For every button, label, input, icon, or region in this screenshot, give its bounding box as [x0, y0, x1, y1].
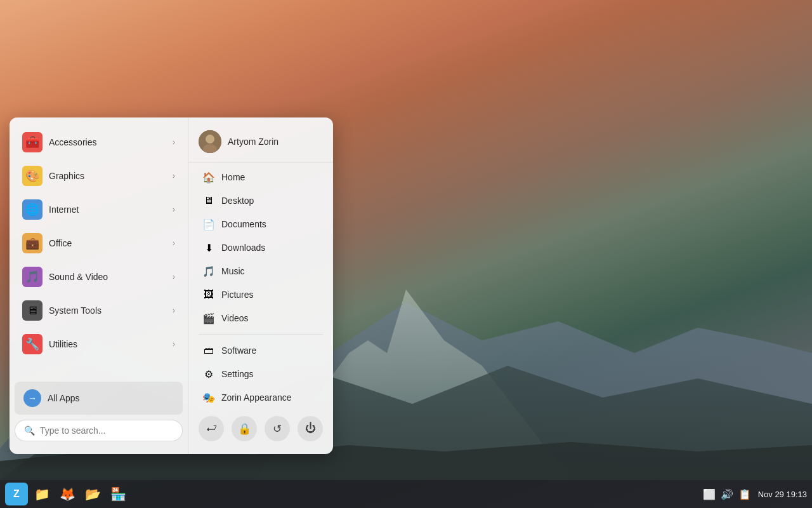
taskbar-item-file-manager[interactable]: 📂	[81, 483, 104, 505]
system-item-zorin-appearance[interactable]: 🎭 Zorin Appearance	[192, 386, 329, 409]
category-item-graphics[interactable]: 🎨 Graphics ›	[13, 159, 184, 192]
search-icon: 🔍	[24, 425, 35, 436]
system-label-settings: Settings	[221, 369, 254, 379]
right-panel: Artyom Zorin 🏠 Home 🖥 Desktop 📄 Document…	[188, 117, 333, 454]
category-icon-accessories: 🧰	[22, 132, 43, 152]
chevron-icon-internet: ›	[173, 205, 175, 214]
category-icon-graphics: 🎨	[22, 166, 43, 186]
category-item-system-tools[interactable]: 🖥 System Tools ›	[13, 294, 184, 327]
action-buttons: ⮐🔒↺⏻	[188, 410, 333, 448]
action-btn-logout[interactable]: ⮐	[199, 416, 224, 441]
category-label-utilities: Utilities	[49, 339, 173, 349]
chevron-icon-utilities: ›	[173, 340, 175, 349]
user-avatar	[199, 130, 221, 153]
file-icon-documents: 📄	[202, 218, 215, 231]
volume-icon[interactable]: 🔊	[720, 487, 734, 501]
all-apps-arrow-icon: →	[23, 389, 41, 407]
chevron-icon-sound-video: ›	[173, 272, 175, 281]
category-label-sound-video: Sound & Video	[49, 272, 173, 282]
all-apps-label: All Apps	[48, 393, 80, 403]
user-name: Artyom Zorin	[228, 137, 278, 147]
file-label-music: Music	[221, 266, 245, 276]
file-icon-videos: 🎬	[202, 312, 215, 324]
file-item-videos[interactable]: 🎬 Videos	[192, 307, 329, 330]
file-icon-downloads: ⬇	[202, 241, 215, 254]
virtual-desktops-icon[interactable]: ⬜	[702, 487, 716, 501]
file-icon-pictures: 🖼	[202, 288, 215, 301]
chevron-icon-system-tools: ›	[173, 306, 175, 315]
left-panel: 🧰 Accessories › 🎨 Graphics › 🌐 Internet …	[10, 117, 188, 454]
category-icon-sound-video: 🎵	[22, 267, 43, 287]
file-item-desktop[interactable]: 🖥 Desktop	[192, 189, 329, 212]
clipboard-icon[interactable]: 📋	[738, 487, 752, 501]
category-label-system-tools: System Tools	[49, 305, 173, 316]
category-label-internet: Internet	[49, 204, 173, 215]
categories-list: 🧰 Accessories › 🎨 Graphics › 🌐 Internet …	[10, 125, 188, 361]
separator	[199, 334, 323, 335]
file-icon-music: 🎵	[202, 265, 215, 277]
file-icon-home: 🏠	[202, 171, 215, 184]
file-label-downloads: Downloads	[221, 243, 265, 253]
category-icon-utilities: 🔧	[22, 334, 43, 354]
file-item-home[interactable]: 🏠 Home	[192, 166, 329, 189]
system-label-software: Software	[221, 345, 256, 356]
category-icon-office: 💼	[22, 233, 43, 253]
category-label-accessories: Accessories	[49, 137, 173, 147]
taskbar-item-zorin-menu[interactable]: Z	[5, 483, 28, 505]
taskbar-item-files[interactable]: 📁	[30, 483, 53, 505]
category-item-sound-video[interactable]: 🎵 Sound & Video ›	[13, 260, 184, 293]
file-icon-desktop: 🖥	[202, 194, 215, 207]
system-item-software[interactable]: 🗃 Software	[192, 339, 329, 362]
system-label-zorin-appearance: Zorin Appearance	[221, 392, 292, 403]
file-label-home: Home	[221, 172, 245, 182]
category-label-office: Office	[49, 238, 173, 248]
file-item-downloads[interactable]: ⬇ Downloads	[192, 236, 329, 259]
category-icon-system-tools: 🖥	[22, 300, 43, 321]
file-label-desktop: Desktop	[221, 196, 254, 206]
system-list: 🗃 Software ⚙ Settings 🎭 Zorin Appearance	[188, 338, 333, 410]
file-label-videos: Videos	[221, 313, 249, 323]
category-icon-internet: 🌐	[22, 199, 43, 220]
file-item-music[interactable]: 🎵 Music	[192, 260, 329, 283]
chevron-icon-office: ›	[173, 239, 175, 248]
clock: Nov 29 19:13	[758, 490, 807, 499]
action-btn-power[interactable]: ⏻	[298, 416, 323, 441]
user-row[interactable]: Artyom Zorin	[188, 124, 333, 163]
search-input[interactable]	[40, 425, 173, 436]
chevron-icon-accessories: ›	[173, 138, 175, 147]
system-tray: ⬜ 🔊 📋 Nov 29 19:13	[702, 487, 807, 501]
category-item-office[interactable]: 💼 Office ›	[13, 227, 184, 260]
system-icon-software: 🗃	[202, 344, 215, 357]
chevron-icon-graphics: ›	[173, 171, 175, 180]
taskbar: Z📁🦊📂🏪 ⬜ 🔊 📋 Nov 29 19:13	[0, 480, 812, 508]
category-item-internet[interactable]: 🌐 Internet ›	[13, 193, 184, 226]
system-icon-settings: ⚙	[202, 368, 215, 380]
svg-point-5	[206, 135, 214, 144]
category-item-utilities[interactable]: 🔧 Utilities ›	[13, 328, 184, 361]
taskbar-item-store[interactable]: 🏪	[107, 483, 129, 505]
category-item-accessories[interactable]: 🧰 Accessories ›	[13, 126, 184, 159]
action-btn-lock[interactable]: 🔒	[232, 416, 257, 441]
file-item-pictures[interactable]: 🖼 Pictures	[192, 283, 329, 306]
taskbar-items: Z📁🦊📂🏪	[5, 483, 129, 505]
system-icon-zorin-appearance: 🎭	[202, 391, 215, 404]
search-bar: 🔍	[15, 420, 183, 441]
taskbar-item-firefox[interactable]: 🦊	[56, 483, 79, 505]
all-apps-button[interactable]: → All Apps	[15, 382, 183, 415]
system-item-settings[interactable]: ⚙ Settings	[192, 363, 329, 385]
file-item-documents[interactable]: 📄 Documents	[192, 213, 329, 236]
category-label-graphics: Graphics	[49, 171, 173, 181]
action-btn-restart[interactable]: ↺	[265, 416, 290, 441]
file-label-pictures: Pictures	[221, 290, 254, 300]
app-menu: 🧰 Accessories › 🎨 Graphics › 🌐 Internet …	[10, 117, 333, 454]
files-list: 🏠 Home 🖥 Desktop 📄 Documents ⬇ Downloads…	[188, 165, 333, 330]
file-label-documents: Documents	[221, 219, 266, 229]
